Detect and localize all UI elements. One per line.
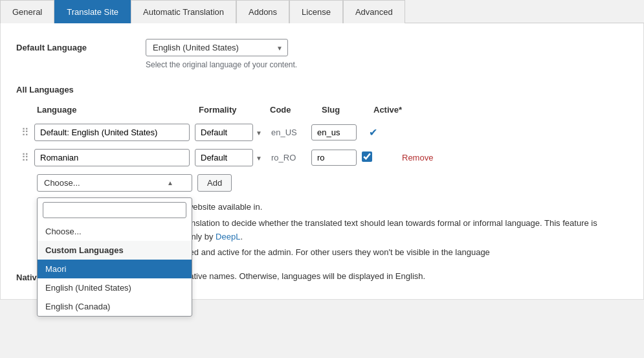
drag-handle-icon[interactable]: ⠿ <box>21 151 29 164</box>
page-wrapper: General Translate Site Automatic Transla… <box>0 0 644 358</box>
tab-translate-site[interactable]: Translate Site <box>54 0 131 23</box>
dropdown-search-input[interactable] <box>43 202 186 218</box>
tab-advanced[interactable]: Advanced <box>343 0 405 23</box>
languages-table: Language Formality Code Slug Active* ⠿ D… <box>16 105 628 196</box>
default-language-content: English (United States) ▼ Select the ori… <box>146 39 628 69</box>
tabs-bar: General Translate Site Automatic Transla… <box>0 0 644 23</box>
row2-active-checkbox-wrapper <box>357 151 395 164</box>
default-language-helper: Select the original language of your con… <box>146 60 628 69</box>
row2-slug-input[interactable] <box>311 150 357 166</box>
dropdown-item-custom-languages: Custom Languages <box>38 241 192 260</box>
dropdown-item-choose[interactable]: Choose... <box>38 222 192 241</box>
default-language-section: Default Language English (United States)… <box>16 39 628 69</box>
header-active: Active* <box>373 105 412 115</box>
tab-addons[interactable]: Addons <box>236 0 289 23</box>
dropdown-item-maori[interactable]: Maori <box>38 260 192 278</box>
default-language-select[interactable]: English (United States) <box>146 39 288 56</box>
row1-language-wrapper: Default: English (United States) <box>34 124 190 141</box>
row2-active-checkbox[interactable] <box>362 151 372 162</box>
language-dropdown-popup: Choose... Custom Languages Maori English… <box>37 197 192 317</box>
header-language: Language <box>37 105 199 115</box>
choose-select-box[interactable]: Choose... ▲ <box>37 174 192 192</box>
choose-arrow-icon: ▲ <box>167 179 173 186</box>
dropdown-item-english-ca[interactable]: English (Canada) <box>38 297 192 316</box>
choose-add-row: Choose... ▲ Choose... Custom Languages M… <box>16 170 628 196</box>
row2-formality-wrapper: Default ▼ <box>195 149 266 166</box>
native-language-desc: es in their native names. Otherwise, lan… <box>146 270 628 284</box>
table-row: ⠿ Romanian Default ▼ ro_RO <box>16 145 628 170</box>
row1-formality-chevron-icon: ▼ <box>256 129 262 136</box>
languages-table-header: Language Formality Code Slug Active* <box>16 105 628 120</box>
dropdown-item-english-us[interactable]: English (United States) <box>38 278 192 297</box>
row2-language-select[interactable]: Romanian <box>34 149 190 166</box>
choose-dropdown-wrapper: Choose... ▲ Choose... Custom Languages M… <box>37 174 192 192</box>
all-languages-label: All Languages <box>16 85 628 95</box>
default-language-label: Default Language <box>16 39 146 52</box>
content-area: Default Language English (United States)… <box>0 23 644 300</box>
tab-license[interactable]: License <box>289 0 343 23</box>
row2-remove-wrapper: Remove <box>402 153 433 162</box>
dropdown-list: Choose... Custom Languages Maori English… <box>38 222 192 316</box>
drag-handle-icon[interactable]: ⠿ <box>21 126 29 139</box>
default-language-select-wrapper: English (United States) ▼ <box>146 39 288 56</box>
row2-language-wrapper: Romanian <box>34 149 190 166</box>
row1-language-select[interactable]: Default: English (United States) <box>34 124 190 141</box>
tab-general[interactable]: General <box>0 0 54 23</box>
row2-remove-link[interactable]: Remove <box>402 153 433 162</box>
row1-code: en_US <box>266 128 311 137</box>
row2-formality-chevron-icon: ▼ <box>256 154 262 161</box>
row1-formality-wrapper: Default ▼ <box>195 124 266 141</box>
row1-active-check: ✔ <box>357 126 389 139</box>
table-row: ⠿ Default: English (United States) Defau… <box>16 120 628 145</box>
row2-formality-select[interactable]: Default <box>195 149 253 166</box>
deepl-link[interactable]: DeepL <box>216 232 240 241</box>
header-slug: Slug <box>322 105 373 115</box>
row1-slug-input[interactable] <box>311 124 357 140</box>
tab-automatic-translation[interactable]: Automatic Translation <box>131 0 236 23</box>
row2-code: ro_RO <box>266 153 311 162</box>
header-code: Code <box>270 105 322 115</box>
row1-formality-select[interactable]: Default <box>195 124 253 141</box>
header-formality: Formality <box>199 105 270 115</box>
choose-label: Choose... <box>44 178 80 188</box>
add-language-button[interactable]: Add <box>197 174 232 192</box>
